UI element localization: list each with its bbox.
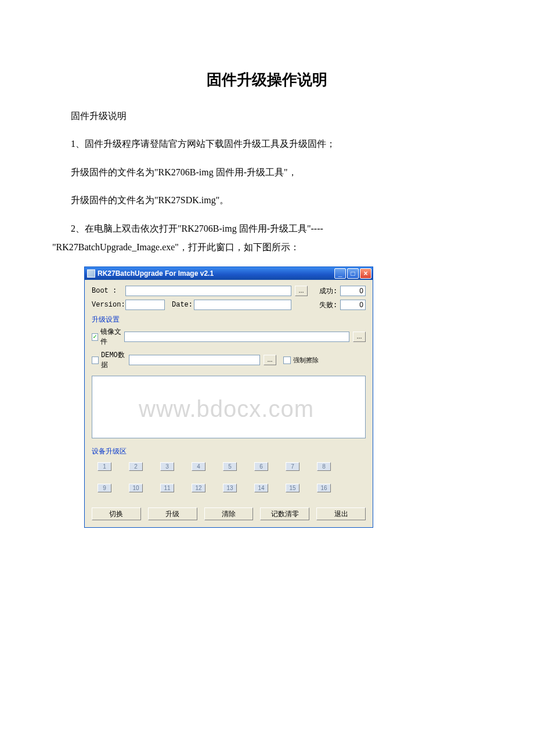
version-field: [125, 300, 165, 310]
para-4b: "RK27BatchUpgrade_Image.exe"，打开此窗口，如下图所示…: [52, 239, 482, 256]
date-label: Date:: [172, 301, 194, 309]
demo-data-path[interactable]: [129, 355, 260, 365]
demo-data-label: DEMO数据: [101, 350, 129, 370]
minimize-button[interactable]: _: [334, 268, 346, 279]
date-field: [194, 300, 291, 310]
force-erase-label: 强制擦除: [293, 356, 319, 365]
upgrade-button[interactable]: 升级: [148, 507, 197, 520]
device-slot-2[interactable]: 2: [129, 462, 143, 471]
device-slot-15[interactable]: 15: [286, 484, 300, 492]
app-window: RK27BatchUpgrade For Image v2.1 _ □ × Bo…: [84, 267, 373, 528]
clear-button[interactable]: 清除: [204, 507, 254, 520]
device-slot-16[interactable]: 16: [317, 484, 331, 492]
window-title: RK27BatchUpgrade For Image v2.1: [98, 269, 334, 278]
maximize-button[interactable]: □: [347, 268, 359, 279]
watermark-text: www.bdocx.com: [139, 396, 406, 422]
para-4a: 2、在电脑上双击依次打开"RK2706B-img 固件用-升级工具"----: [52, 220, 482, 237]
document-title: 固件升级操作说明: [52, 70, 482, 90]
para-3: 升级固件的文件名为"RK27SDK.img"。: [52, 192, 482, 209]
demo-browse-button[interactable]: ...: [264, 355, 276, 365]
device-slot-6[interactable]: 6: [254, 462, 268, 471]
device-slot-8[interactable]: 8: [317, 462, 331, 471]
reset-count-button[interactable]: 记数清零: [260, 507, 309, 520]
app-icon: [87, 269, 95, 278]
success-count: 0: [340, 286, 366, 296]
device-slot-14[interactable]: 14: [254, 484, 268, 492]
demo-data-checkbox[interactable]: [92, 357, 99, 364]
device-slot-7[interactable]: 7: [286, 462, 300, 471]
device-slot-1[interactable]: 1: [98, 462, 111, 471]
mirror-browse-button[interactable]: ...: [353, 332, 366, 342]
boot-path-input[interactable]: [125, 286, 291, 296]
log-area: www.bdocx.com: [92, 376, 366, 438]
para-1: 1、固件升级程序请登陆官方网站下载固件升级工具及升级固件；: [52, 135, 482, 153]
device-slot-5[interactable]: 5: [223, 462, 237, 471]
titlebar[interactable]: RK27BatchUpgrade For Image v2.1 _ □ ×: [85, 267, 373, 280]
device-slot-3[interactable]: 3: [160, 462, 174, 471]
boot-browse-button[interactable]: ...: [295, 286, 308, 296]
close-button[interactable]: ×: [360, 268, 371, 279]
device-section-label: 设备升级区: [92, 447, 366, 456]
version-label: Version:: [92, 301, 125, 309]
force-erase-checkbox[interactable]: [283, 357, 291, 364]
exit-button[interactable]: 退出: [316, 507, 366, 520]
device-slot-9[interactable]: 9: [98, 484, 111, 492]
device-slot-12[interactable]: 12: [192, 484, 205, 492]
fail-label: 失败:: [319, 300, 340, 310]
mirror-file-path[interactable]: [124, 332, 349, 342]
intro-line: 固件升级说明: [52, 107, 482, 125]
switch-button[interactable]: 切换: [92, 507, 141, 520]
success-label: 成功:: [319, 286, 340, 296]
fail-count: 0: [340, 300, 366, 310]
upgrade-settings-label: 升级设置: [92, 315, 366, 325]
device-slot-10[interactable]: 10: [129, 484, 143, 492]
device-slot-13[interactable]: 13: [223, 484, 237, 492]
device-slot-4[interactable]: 4: [192, 462, 205, 471]
mirror-file-label: 镜像文件: [100, 327, 124, 347]
mirror-file-checkbox[interactable]: [92, 333, 98, 341]
boot-label: Boot :: [92, 287, 125, 295]
device-slot-11[interactable]: 11: [160, 484, 174, 492]
para-2: 升级固件的文件名为"RK2706B-img 固件用-升级工具"，: [52, 164, 482, 181]
